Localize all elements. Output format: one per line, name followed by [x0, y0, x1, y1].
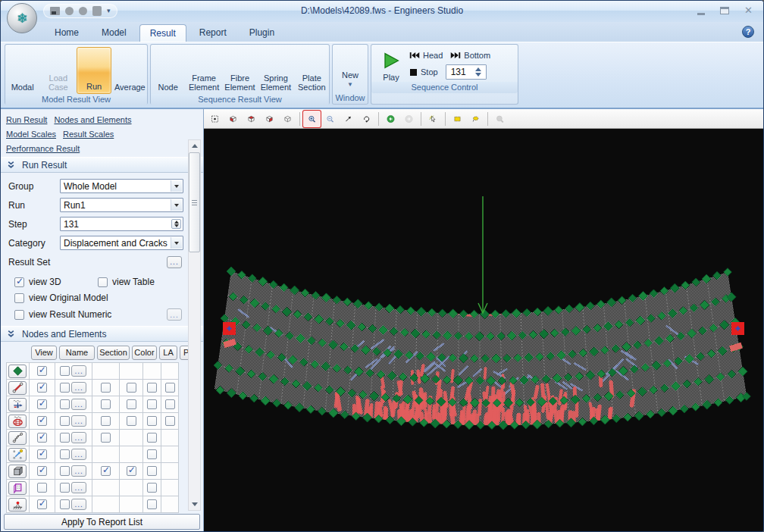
checkbox[interactable]	[165, 383, 175, 393]
view-cube-front-icon[interactable]	[261, 111, 278, 127]
checkbox[interactable]	[60, 449, 70, 459]
checkbox-checked[interactable]	[101, 466, 111, 476]
check-view-table[interactable]: view Table	[98, 277, 155, 287]
spinner-arrows-icon[interactable]	[475, 66, 484, 78]
view-cube-top-icon[interactable]	[243, 111, 260, 127]
zoom-in-icon[interactable]	[303, 111, 321, 127]
check-view-result-numeric[interactable]: view Result Numeric	[14, 309, 111, 320]
panel-scrollbar[interactable]	[188, 139, 201, 511]
checkbox[interactable]	[147, 383, 157, 393]
column-button-la[interactable]: LA	[159, 346, 177, 360]
select-lasso-icon[interactable]	[467, 111, 484, 127]
close-button[interactable]: ✕	[744, 6, 753, 15]
name-browse-button[interactable]: ...	[71, 382, 86, 393]
select-rect-icon[interactable]	[449, 111, 466, 127]
checkbox-checked[interactable]	[37, 416, 47, 426]
rotate-icon[interactable]	[358, 111, 375, 127]
save-icon[interactable]	[50, 7, 60, 15]
group-dropdown[interactable]: Whole Model	[60, 179, 183, 193]
dropdown-arrow-icon[interactable]	[171, 237, 182, 249]
play-button[interactable]: Play	[382, 49, 400, 82]
column-button-section[interactable]: Section	[97, 346, 130, 360]
model-3d-view[interactable]	[204, 129, 763, 531]
step-spinner[interactable]: 131	[60, 217, 183, 231]
ribbon-button-node[interactable]: Node	[151, 47, 185, 94]
check-view-3d[interactable]: view 3D	[14, 277, 98, 287]
tab-result[interactable]: Result	[139, 24, 186, 42]
checkbox-checked[interactable]	[37, 433, 47, 443]
ribbon-button-plate-section[interactable]: PlateSection	[295, 47, 329, 94]
panel-link-run-result[interactable]: Run Result	[6, 115, 47, 124]
dropdown-arrow-icon[interactable]	[171, 180, 182, 192]
name-browse-button[interactable]: ...	[71, 432, 86, 443]
checkbox-checked[interactable]	[37, 399, 47, 409]
redo-icon[interactable]	[79, 7, 87, 15]
checkbox[interactable]	[147, 483, 157, 493]
element-type-button[interactable]	[8, 381, 27, 395]
ribbon-button-average[interactable]: Average	[113, 47, 147, 94]
checkbox[interactable]	[147, 399, 157, 409]
run-dropdown[interactable]: Run1	[60, 198, 183, 212]
checkbox[interactable]	[147, 433, 157, 443]
minimize-button[interactable]	[697, 13, 705, 15]
fit-view-icon[interactable]	[206, 111, 224, 127]
name-browse-button[interactable]: ...	[71, 365, 86, 377]
new-window-button[interactable]: New ▼	[342, 47, 359, 91]
checkbox-checked[interactable]	[37, 499, 47, 509]
element-type-button[interactable]	[8, 465, 27, 478]
maximize-button[interactable]	[720, 7, 729, 14]
bottom-button[interactable]: Bottom	[450, 51, 490, 60]
name-browse-button[interactable]: ...	[71, 415, 86, 427]
head-button[interactable]: Head	[409, 51, 443, 60]
checkbox[interactable]	[60, 466, 70, 476]
element-type-button[interactable]	[8, 365, 27, 378]
ribbon-button-fibre-element[interactable]: FibreElement	[223, 47, 257, 94]
checkbox[interactable]	[101, 383, 111, 393]
tab-report[interactable]: Report	[189, 24, 236, 42]
scroll-down-icon[interactable]	[189, 499, 200, 510]
checkbox[interactable]	[165, 416, 175, 426]
tab-model[interactable]: Model	[92, 24, 136, 42]
dropdown-arrow-icon[interactable]	[171, 199, 182, 211]
stop-button[interactable]: Stop	[409, 67, 438, 77]
step-spinner[interactable]: 131	[446, 64, 487, 80]
scrollbar-thumb[interactable]	[189, 152, 200, 252]
checkbox-checked[interactable]	[14, 277, 24, 287]
checkbox-checked[interactable]	[37, 449, 47, 459]
checkbox[interactable]	[147, 416, 157, 426]
panel-link-result-scales[interactable]: Result Scales	[63, 130, 114, 139]
tab-home[interactable]: Home	[45, 24, 89, 42]
checkbox[interactable]	[60, 433, 70, 443]
help-button[interactable]: ?	[742, 26, 754, 38]
qat-dropdown-icon[interactable]: ▾	[107, 8, 111, 14]
checkbox-checked[interactable]	[37, 366, 47, 376]
view-forward-icon[interactable]	[400, 111, 418, 127]
checkbox[interactable]	[60, 499, 70, 509]
section-header-nodes-elements[interactable]: Nodes and Elements	[1, 326, 203, 342]
result-numeric-browse-button[interactable]: ...	[167, 308, 182, 321]
select-icon[interactable]	[424, 111, 442, 127]
name-browse-button[interactable]: ...	[71, 499, 86, 510]
column-button-view[interactable]: View	[31, 346, 57, 360]
checkbox[interactable]	[98, 277, 108, 287]
section-header-run-result[interactable]: Run Result	[1, 157, 203, 173]
zoom-select-icon[interactable]	[491, 111, 509, 127]
category-dropdown[interactable]: Displacement and Cracks	[60, 236, 183, 250]
ribbon-button-load-case[interactable]: LoadCase	[41, 47, 75, 94]
element-type-button[interactable]	[8, 481, 27, 495]
print-icon[interactable]	[92, 6, 102, 16]
element-type-button[interactable]	[8, 415, 27, 428]
check-view-original-model[interactable]: view Original Model	[14, 293, 108, 303]
checkbox-checked[interactable]	[37, 466, 47, 476]
checkbox-checked[interactable]	[37, 383, 47, 393]
checkbox[interactable]	[101, 416, 111, 426]
checkbox[interactable]	[101, 399, 111, 409]
ribbon-button-modal[interactable]: Modal	[5, 47, 39, 94]
name-browse-button[interactable]: ...	[71, 399, 86, 410]
name-browse-button[interactable]: ...	[71, 449, 86, 460]
ribbon-button-spring-element[interactable]: SpringElement	[258, 47, 293, 94]
checkbox[interactable]	[60, 399, 70, 409]
checkbox[interactable]	[60, 416, 70, 426]
element-type-button[interactable]	[8, 448, 27, 462]
checkbox[interactable]	[147, 499, 157, 509]
